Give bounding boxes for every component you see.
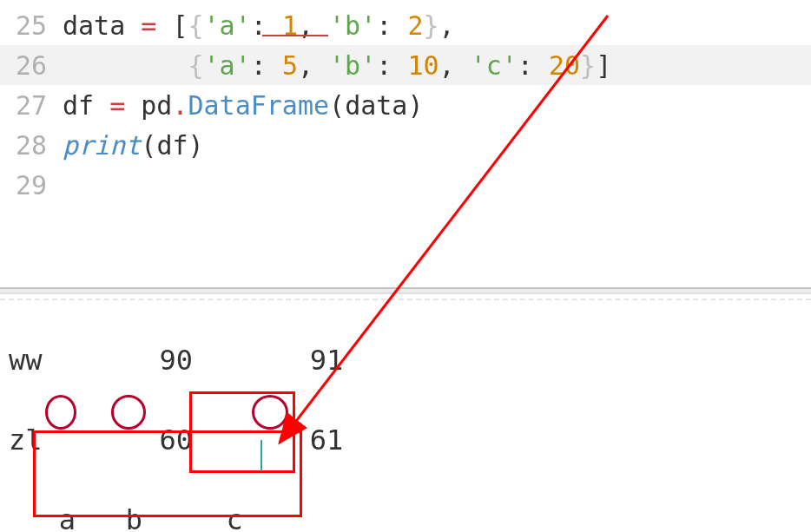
punct: , bbox=[439, 50, 455, 81]
punct: } bbox=[423, 10, 438, 41]
punct: , bbox=[439, 10, 455, 41]
number: 5 bbox=[282, 50, 298, 81]
output-row: zl 60 61 bbox=[9, 420, 811, 460]
identifier: df bbox=[63, 90, 94, 121]
punct: ( bbox=[329, 90, 345, 121]
line-number: 25 bbox=[0, 10, 63, 41]
punct: ) bbox=[407, 90, 423, 121]
punct: { bbox=[188, 10, 204, 41]
string: 'a' bbox=[204, 10, 251, 41]
operator: = bbox=[109, 90, 125, 121]
pane-divider[interactable] bbox=[0, 287, 811, 294]
line-number: 29 bbox=[0, 170, 63, 200]
number: 20 bbox=[549, 50, 580, 81]
code-line[interactable]: 25 data = [{'a': 1, 'b': 2}, bbox=[0, 5, 811, 45]
lint-underline-icon bbox=[262, 35, 328, 36]
punct: ] bbox=[596, 50, 611, 81]
code-line[interactable]: 29 bbox=[0, 165, 811, 205]
code-line[interactable]: 26 {'a': 5, 'b': 10, 'c': 20}] bbox=[0, 45, 811, 85]
string: 'a' bbox=[204, 50, 251, 81]
line-number: 28 bbox=[0, 130, 63, 161]
line-number: 27 bbox=[0, 90, 63, 121]
punct: : bbox=[251, 50, 267, 81]
output-pane[interactable]: ww 90 91 zl 60 61 a b c 0 1 2 NaN 1 5 10… bbox=[0, 299, 811, 532]
code-content[interactable]: df = pd.DataFrame(data) bbox=[63, 90, 423, 121]
punct: , bbox=[298, 50, 313, 81]
operator: . bbox=[172, 90, 188, 121]
punct: : bbox=[518, 50, 533, 81]
operator: = bbox=[141, 10, 156, 41]
text-cursor-icon bbox=[260, 440, 262, 471]
string: 'b' bbox=[329, 50, 376, 81]
number: 10 bbox=[407, 50, 438, 81]
code-content[interactable]: data = [{'a': 1, 'b': 2}, bbox=[63, 10, 455, 41]
output-row: ww 90 91 bbox=[9, 340, 811, 380]
code-content[interactable]: print(df) bbox=[63, 130, 204, 161]
identifier: data bbox=[63, 10, 125, 41]
code-line[interactable]: 28 print(df) bbox=[0, 125, 811, 165]
identifier: df bbox=[156, 130, 188, 161]
string: 'c' bbox=[471, 50, 518, 81]
identifier: pd bbox=[141, 90, 172, 121]
builtin-func: print bbox=[63, 130, 141, 161]
punct: [ bbox=[172, 10, 188, 41]
identifier: data bbox=[345, 90, 407, 121]
code-content[interactable]: {'a': 5, 'b': 10, 'c': 20}] bbox=[63, 50, 611, 81]
punct: } bbox=[580, 50, 596, 81]
string: 'b' bbox=[329, 10, 376, 41]
code-editor[interactable]: 25 data = [{'a': 1, 'b': 2}, 26 {'a': 5,… bbox=[0, 0, 811, 205]
punct: ) bbox=[188, 130, 204, 161]
class-name: DataFrame bbox=[188, 90, 330, 121]
output-row: a b c bbox=[9, 500, 811, 532]
punct: : bbox=[376, 10, 392, 41]
number: 2 bbox=[407, 10, 423, 41]
line-number: 26 bbox=[0, 50, 63, 81]
punct: ( bbox=[141, 130, 156, 161]
punct: { bbox=[188, 50, 204, 81]
punct: : bbox=[376, 50, 392, 81]
code-line[interactable]: 27 df = pd.DataFrame(data) bbox=[0, 85, 811, 125]
